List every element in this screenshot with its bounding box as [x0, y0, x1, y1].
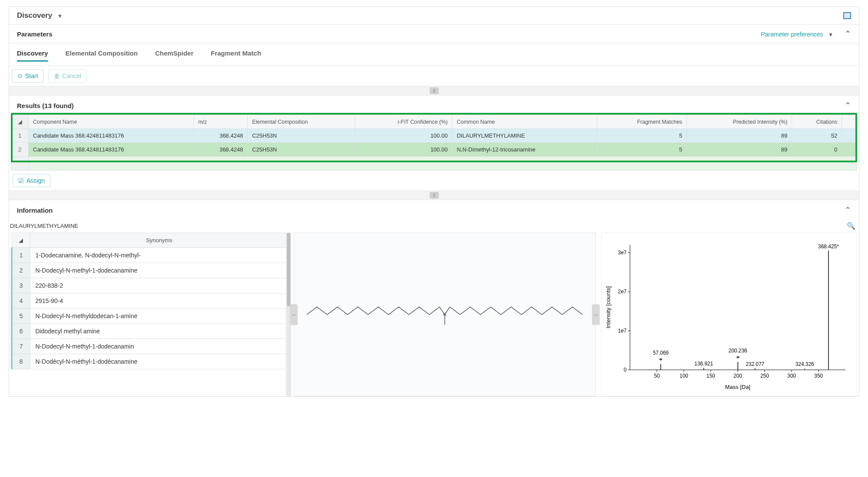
- list-item[interactable]: 7N-Dodecyl-N-methyl-1-dodecanamin: [12, 339, 289, 354]
- mode-label: Discovery: [17, 11, 52, 20]
- list-item[interactable]: 11-Dodecanamine, N-dodecyl-N-methyl-: [12, 248, 289, 263]
- svg-text:2e7: 2e7: [618, 289, 627, 295]
- svg-text:350: 350: [814, 373, 823, 379]
- svg-text:368.425*: 368.425*: [818, 243, 839, 250]
- list-item[interactable]: 5N-Dodecyl-N-methyldodecan-1-amine: [12, 309, 289, 324]
- tab-chemspider[interactable]: ChemSpider: [155, 49, 193, 61]
- mode-dropdown[interactable]: Discovery ▼: [17, 11, 62, 20]
- list-item[interactable]: 42915-90-4: [12, 293, 289, 309]
- svg-text:200: 200: [733, 373, 742, 379]
- col-sort-icon[interactable]: ◢: [12, 233, 30, 248]
- col-sort-icon[interactable]: ◢: [11, 115, 29, 129]
- results-title: Results (13 found): [17, 102, 74, 109]
- col-component-name[interactable]: Component Name: [29, 115, 194, 129]
- col-predicted-intensity[interactable]: Predicted Intensity (%): [687, 115, 792, 129]
- svg-text:232.077: 232.077: [746, 361, 764, 367]
- results-table-wrap: ◢ Component Name m/z Elemental Compositi…: [9, 115, 859, 171]
- information-title: Information: [17, 207, 53, 214]
- search-icon[interactable]: 🔍: [847, 222, 855, 230]
- molecular-structure: N: [302, 289, 588, 340]
- parameter-preferences-link[interactable]: Parameter preferences ▼: [761, 31, 835, 38]
- trash-icon: 🗑: [54, 72, 60, 79]
- svg-text:136.921: 136.921: [694, 361, 713, 367]
- svg-text:324.326: 324.326: [796, 361, 814, 367]
- svg-text:57.069: 57.069: [653, 350, 669, 356]
- svg-text:N: N: [443, 312, 447, 317]
- svg-text:1e7: 1e7: [618, 328, 627, 334]
- assign-button[interactable]: ☑ Assign: [13, 174, 50, 187]
- table-row[interactable]: [11, 157, 857, 171]
- svg-text:150: 150: [707, 373, 715, 379]
- svg-text:200.236: 200.236: [729, 348, 747, 354]
- svg-text:⚭: ⚭: [658, 356, 663, 363]
- split-handle[interactable]: ⇕: [9, 86, 859, 95]
- list-item[interactable]: 6Didodecyl methyl amine: [12, 324, 289, 339]
- structure-panel: ↔ N ↔: [294, 233, 596, 396]
- collapse-information-icon[interactable]: ⌃: [845, 205, 851, 215]
- collapse-results-icon[interactable]: ⌃: [845, 101, 851, 110]
- list-item[interactable]: 2N-Dodecyl-N-methyl-1-dodecanamine: [12, 263, 289, 278]
- svg-text:50: 50: [654, 373, 660, 379]
- caret-down-icon: ▼: [57, 13, 62, 19]
- collapse-parameters-icon[interactable]: ⌃: [845, 30, 851, 38]
- resize-handle-icon[interactable]: ↔: [290, 304, 298, 325]
- col-synonyms[interactable]: Synonyms: [30, 233, 289, 248]
- col-spacer: [842, 115, 857, 129]
- svg-text:Mass [Da]: Mass [Da]: [725, 384, 750, 390]
- resize-handle-icon[interactable]: ↔: [592, 304, 600, 325]
- compound-name: DILAURYLMETHYLAMINE: [10, 223, 78, 229]
- svg-text:0: 0: [624, 367, 627, 373]
- cancel-button: 🗑 Cancel: [48, 69, 87, 82]
- col-fragment-matches[interactable]: Fragment Matches: [597, 115, 687, 129]
- spectrum-panel: 01e72e73e750100150200250300350Mass [Da]I…: [601, 233, 857, 396]
- table-row[interactable]: 1 Candidate Mass 368.424811483176 368.42…: [11, 129, 857, 143]
- window-icon[interactable]: [843, 12, 851, 19]
- col-elemental-composition[interactable]: Elemental Composition: [247, 115, 355, 129]
- synonyms-panel: ◢ Synonyms 11-Dodecanamine, N-dodecyl-N-…: [11, 233, 289, 396]
- split-handle[interactable]: ⇕: [9, 191, 859, 200]
- tab-elemental-composition[interactable]: Elemental Composition: [66, 49, 138, 61]
- check-icon: ☑: [18, 177, 24, 184]
- list-item[interactable]: 3220-838-2: [12, 278, 289, 293]
- table-row[interactable]: 2 Candidate Mass 368.424811483176 368.42…: [11, 143, 857, 157]
- col-ifit[interactable]: i-FIT Confidence (%): [355, 115, 452, 129]
- svg-text:⚭: ⚭: [736, 354, 740, 361]
- parameter-tabs: Discovery Elemental Composition ChemSpid…: [9, 43, 859, 66]
- parameters-title: Parameters: [17, 30, 53, 38]
- synonyms-table: ◢ Synonyms 11-Dodecanamine, N-dodecyl-N-…: [11, 233, 289, 369]
- play-icon: ⊙: [17, 72, 23, 79]
- caret-down-icon: ▼: [828, 32, 833, 38]
- tab-discovery[interactable]: Discovery: [17, 49, 48, 61]
- tab-fragment-match[interactable]: Fragment Match: [211, 49, 261, 61]
- svg-text:Intensity [counts]: Intensity [counts]: [605, 286, 612, 329]
- mass-spectrum-chart: 01e72e73e750100150200250300350Mass [Da]I…: [604, 236, 854, 392]
- start-button[interactable]: ⊙ Start: [12, 69, 44, 82]
- results-table: ◢ Component Name m/z Elemental Compositi…: [11, 115, 857, 171]
- svg-text:300: 300: [787, 373, 796, 379]
- col-common-name[interactable]: Common Name: [452, 115, 597, 129]
- list-item[interactable]: 8N-Dodécyl-N-méthyl-1-dodécanamine: [12, 354, 289, 369]
- col-mz[interactable]: m/z: [194, 115, 247, 129]
- svg-text:250: 250: [760, 373, 769, 379]
- col-citations[interactable]: Citations: [792, 115, 842, 129]
- svg-text:3e7: 3e7: [618, 250, 627, 256]
- svg-text:100: 100: [680, 373, 688, 379]
